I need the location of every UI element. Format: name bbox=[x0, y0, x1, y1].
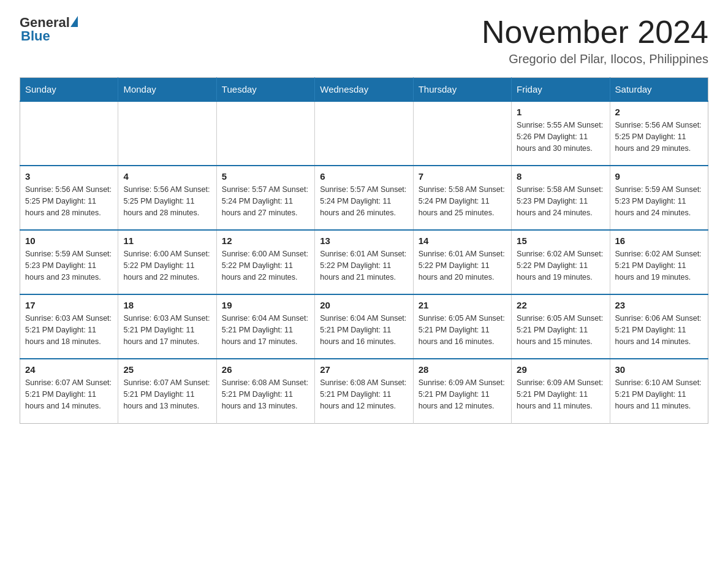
day-sun-info: Sunrise: 6:04 AM Sunset: 5:21 PM Dayligh… bbox=[320, 313, 408, 347]
day-sun-info: Sunrise: 6:10 AM Sunset: 5:21 PM Dayligh… bbox=[615, 377, 703, 412]
day-number: 9 bbox=[615, 171, 703, 182]
calendar-cell bbox=[118, 101, 216, 166]
day-number: 10 bbox=[25, 236, 113, 246]
calendar-cell: 29Sunrise: 6:09 AM Sunset: 5:21 PM Dayli… bbox=[512, 359, 610, 423]
calendar-cell: 16Sunrise: 6:02 AM Sunset: 5:21 PM Dayli… bbox=[610, 230, 708, 294]
calendar-cell bbox=[20, 101, 118, 166]
day-number: 26 bbox=[222, 364, 309, 375]
day-sun-info: Sunrise: 6:08 AM Sunset: 5:21 PM Dayligh… bbox=[320, 377, 408, 412]
day-sun-info: Sunrise: 5:57 AM Sunset: 5:24 PM Dayligh… bbox=[222, 184, 309, 218]
day-sun-info: Sunrise: 6:05 AM Sunset: 5:21 PM Dayligh… bbox=[517, 313, 604, 347]
day-number: 3 bbox=[25, 171, 113, 182]
calendar-cell: 10Sunrise: 5:59 AM Sunset: 5:23 PM Dayli… bbox=[20, 230, 118, 294]
calendar-cell: 20Sunrise: 6:04 AM Sunset: 5:21 PM Dayli… bbox=[315, 294, 413, 359]
day-number: 20 bbox=[320, 300, 408, 310]
day-number: 1 bbox=[517, 107, 604, 117]
day-sun-info: Sunrise: 6:00 AM Sunset: 5:22 PM Dayligh… bbox=[123, 248, 211, 283]
day-sun-info: Sunrise: 5:58 AM Sunset: 5:23 PM Dayligh… bbox=[517, 184, 604, 218]
calendar-cell: 2Sunrise: 5:56 AM Sunset: 5:25 PM Daylig… bbox=[610, 101, 708, 166]
month-title: November 2024 bbox=[482, 15, 708, 50]
day-number: 24 bbox=[25, 364, 113, 375]
calendar-table: SundayMondayTuesdayWednesdayThursdayFrid… bbox=[20, 77, 708, 424]
day-number: 18 bbox=[123, 300, 211, 310]
calendar-cell: 6Sunrise: 5:57 AM Sunset: 5:24 PM Daylig… bbox=[315, 166, 413, 230]
location-subtitle: Gregorio del Pilar, Ilocos, Philippines bbox=[482, 52, 708, 66]
calendar-week-1: 1Sunrise: 5:55 AM Sunset: 5:26 PM Daylig… bbox=[20, 101, 708, 166]
day-sun-info: Sunrise: 5:57 AM Sunset: 5:24 PM Dayligh… bbox=[320, 184, 408, 218]
day-sun-info: Sunrise: 5:56 AM Sunset: 5:25 PM Dayligh… bbox=[123, 184, 211, 218]
day-number: 14 bbox=[419, 236, 506, 246]
day-number: 7 bbox=[419, 171, 506, 182]
day-number: 22 bbox=[517, 300, 604, 310]
day-number: 15 bbox=[517, 236, 604, 246]
calendar-week-2: 3Sunrise: 5:56 AM Sunset: 5:25 PM Daylig… bbox=[20, 166, 708, 230]
logo-triangle-icon bbox=[70, 16, 78, 27]
day-sun-info: Sunrise: 6:08 AM Sunset: 5:21 PM Dayligh… bbox=[222, 377, 309, 412]
day-of-week-wednesday: Wednesday bbox=[315, 78, 413, 102]
day-number: 13 bbox=[320, 236, 408, 246]
calendar-cell: 26Sunrise: 6:08 AM Sunset: 5:21 PM Dayli… bbox=[216, 359, 314, 423]
day-number: 2 bbox=[615, 107, 703, 117]
calendar-cell: 7Sunrise: 5:58 AM Sunset: 5:24 PM Daylig… bbox=[413, 166, 511, 230]
day-number: 4 bbox=[123, 171, 211, 182]
calendar-cell: 4Sunrise: 5:56 AM Sunset: 5:25 PM Daylig… bbox=[118, 166, 216, 230]
calendar-body: 1Sunrise: 5:55 AM Sunset: 5:26 PM Daylig… bbox=[20, 101, 708, 423]
logo: General Blue bbox=[20, 15, 78, 44]
calendar-cell: 8Sunrise: 5:58 AM Sunset: 5:23 PM Daylig… bbox=[512, 166, 610, 230]
calendar-cell: 15Sunrise: 6:02 AM Sunset: 5:22 PM Dayli… bbox=[512, 230, 610, 294]
day-number: 12 bbox=[222, 236, 309, 246]
calendar-cell: 21Sunrise: 6:05 AM Sunset: 5:21 PM Dayli… bbox=[413, 294, 511, 359]
logo-text-blue: Blue bbox=[21, 28, 50, 44]
calendar-cell: 23Sunrise: 6:06 AM Sunset: 5:21 PM Dayli… bbox=[610, 294, 708, 359]
day-sun-info: Sunrise: 5:59 AM Sunset: 5:23 PM Dayligh… bbox=[25, 248, 113, 283]
day-of-week-friday: Friday bbox=[512, 78, 610, 102]
day-number: 17 bbox=[25, 300, 113, 310]
day-of-week-monday: Monday bbox=[118, 78, 216, 102]
day-sun-info: Sunrise: 6:02 AM Sunset: 5:21 PM Dayligh… bbox=[615, 248, 703, 283]
day-sun-info: Sunrise: 6:09 AM Sunset: 5:21 PM Dayligh… bbox=[517, 377, 604, 412]
calendar-week-3: 10Sunrise: 5:59 AM Sunset: 5:23 PM Dayli… bbox=[20, 230, 708, 294]
calendar-cell: 5Sunrise: 5:57 AM Sunset: 5:24 PM Daylig… bbox=[216, 166, 314, 230]
calendar-cell: 19Sunrise: 6:04 AM Sunset: 5:21 PM Dayli… bbox=[216, 294, 314, 359]
day-sun-info: Sunrise: 6:07 AM Sunset: 5:21 PM Dayligh… bbox=[25, 377, 113, 412]
calendar-cell: 27Sunrise: 6:08 AM Sunset: 5:21 PM Dayli… bbox=[315, 359, 413, 423]
day-sun-info: Sunrise: 6:01 AM Sunset: 5:22 PM Dayligh… bbox=[320, 248, 408, 283]
day-sun-info: Sunrise: 6:09 AM Sunset: 5:21 PM Dayligh… bbox=[419, 377, 506, 412]
day-sun-info: Sunrise: 5:59 AM Sunset: 5:23 PM Dayligh… bbox=[615, 184, 703, 218]
day-number: 8 bbox=[517, 171, 604, 182]
calendar-week-5: 24Sunrise: 6:07 AM Sunset: 5:21 PM Dayli… bbox=[20, 359, 708, 423]
day-number: 11 bbox=[123, 236, 211, 246]
day-number: 23 bbox=[615, 300, 703, 310]
day-of-week-tuesday: Tuesday bbox=[216, 78, 314, 102]
day-number: 19 bbox=[222, 300, 309, 310]
calendar-cell: 11Sunrise: 6:00 AM Sunset: 5:22 PM Dayli… bbox=[118, 230, 216, 294]
calendar-cell: 22Sunrise: 6:05 AM Sunset: 5:21 PM Dayli… bbox=[512, 294, 610, 359]
calendar-cell: 12Sunrise: 6:00 AM Sunset: 5:22 PM Dayli… bbox=[216, 230, 314, 294]
calendar-cell: 13Sunrise: 6:01 AM Sunset: 5:22 PM Dayli… bbox=[315, 230, 413, 294]
day-number: 29 bbox=[517, 364, 604, 375]
days-of-week-row: SundayMondayTuesdayWednesdayThursdayFrid… bbox=[20, 78, 708, 102]
day-sun-info: Sunrise: 6:00 AM Sunset: 5:22 PM Dayligh… bbox=[222, 248, 309, 283]
day-of-week-thursday: Thursday bbox=[413, 78, 511, 102]
day-sun-info: Sunrise: 6:03 AM Sunset: 5:21 PM Dayligh… bbox=[25, 313, 113, 347]
calendar-header: SundayMondayTuesdayWednesdayThursdayFrid… bbox=[20, 78, 708, 102]
title-section: November 2024 Gregorio del Pilar, Ilocos… bbox=[482, 15, 708, 66]
day-sun-info: Sunrise: 5:55 AM Sunset: 5:26 PM Dayligh… bbox=[517, 120, 604, 154]
day-sun-info: Sunrise: 6:04 AM Sunset: 5:21 PM Dayligh… bbox=[222, 313, 309, 347]
day-number: 21 bbox=[419, 300, 506, 310]
calendar-cell bbox=[413, 101, 511, 166]
day-sun-info: Sunrise: 5:58 AM Sunset: 5:24 PM Dayligh… bbox=[419, 184, 506, 218]
calendar-cell: 28Sunrise: 6:09 AM Sunset: 5:21 PM Dayli… bbox=[413, 359, 511, 423]
day-sun-info: Sunrise: 6:06 AM Sunset: 5:21 PM Dayligh… bbox=[615, 313, 703, 347]
day-of-week-sunday: Sunday bbox=[20, 78, 118, 102]
calendar-cell bbox=[315, 101, 413, 166]
calendar-cell bbox=[216, 101, 314, 166]
calendar-cell: 24Sunrise: 6:07 AM Sunset: 5:21 PM Dayli… bbox=[20, 359, 118, 423]
page-header: General Blue November 2024 Gregorio del … bbox=[20, 15, 708, 66]
calendar-cell: 3Sunrise: 5:56 AM Sunset: 5:25 PM Daylig… bbox=[20, 166, 118, 230]
day-number: 16 bbox=[615, 236, 703, 246]
calendar-cell: 14Sunrise: 6:01 AM Sunset: 5:22 PM Dayli… bbox=[413, 230, 511, 294]
calendar-cell: 17Sunrise: 6:03 AM Sunset: 5:21 PM Dayli… bbox=[20, 294, 118, 359]
day-sun-info: Sunrise: 6:03 AM Sunset: 5:21 PM Dayligh… bbox=[123, 313, 211, 347]
day-sun-info: Sunrise: 5:56 AM Sunset: 5:25 PM Dayligh… bbox=[25, 184, 113, 218]
